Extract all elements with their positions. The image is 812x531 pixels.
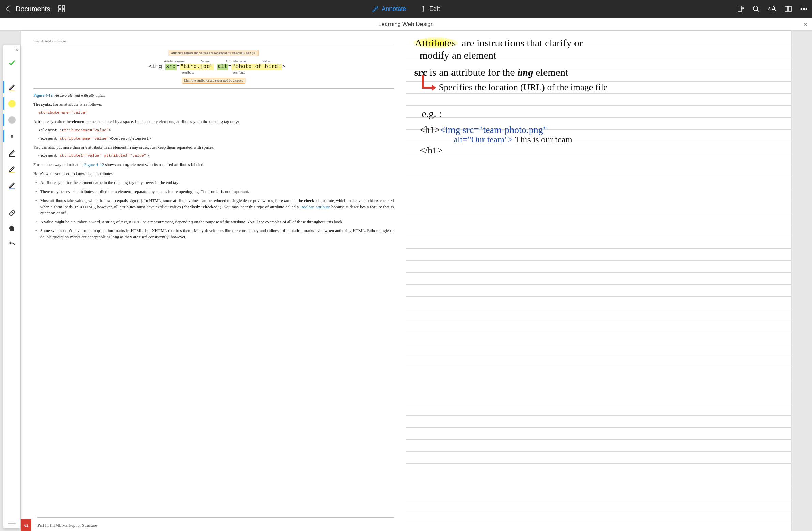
pen-blue-tool[interactable] — [3, 177, 20, 193]
body-text: The syntax for an attribute is as follow… — [33, 101, 394, 243]
figure-rule — [33, 88, 394, 89]
book-page: Step 4: Add an Image Attribute names and… — [21, 31, 406, 531]
code-syntax: attributename="value" — [38, 110, 394, 116]
page-number: 62 — [21, 519, 31, 531]
close-document-button[interactable]: × — [803, 21, 807, 28]
color-gray-tool[interactable] — [3, 112, 20, 128]
running-head: Step 4: Add an Image — [33, 37, 394, 44]
pen-icon — [8, 83, 16, 91]
eraser-icon — [8, 208, 16, 216]
svg-point-6 — [801, 8, 802, 10]
list-item: A value might be a number, a word, a str… — [35, 219, 394, 228]
pencil-icon — [372, 5, 379, 12]
svg-rect-2 — [59, 10, 61, 12]
note-line-3: src is an attribute for the img element — [414, 67, 568, 78]
svg-rect-1 — [62, 6, 65, 8]
swatch-gray-icon — [8, 116, 16, 124]
pen-icon — [8, 181, 16, 189]
callout-bottom: Multiple attributes are separated by a s… — [182, 78, 245, 84]
page-footer: 62 Part II, HTML Markup for Structure — [21, 519, 394, 531]
figure-link[interactable]: Figure 4-12 — [84, 162, 104, 167]
figure-caption: Figure 4-12. An img element with attribu… — [33, 94, 394, 98]
swatch-yellow-icon — [8, 100, 16, 107]
list-item: There may be several attributes applied … — [35, 188, 394, 197]
note-code-open: <h1><img src="team-photo.png" — [420, 125, 547, 134]
pen-black-tool[interactable] — [3, 79, 20, 96]
part-label: Part II, HTML Markup for Structure — [38, 523, 97, 528]
workspace: Step 4: Add an Image Attribute names and… — [0, 31, 812, 531]
edit-label: Edit — [429, 5, 440, 13]
handwriting-canvas[interactable]: Attributes are instructions that clarify… — [406, 31, 791, 531]
annotate-mode-button[interactable]: Annotate — [372, 5, 406, 13]
more-icon[interactable] — [800, 5, 808, 13]
svg-rect-3 — [62, 10, 65, 12]
boolean-attr-link[interactable]: Boolean attribute — [300, 204, 330, 209]
note-line-1: Attributes are instructions that clarify… — [411, 38, 583, 48]
code-element-empty: <element attributename="value"> — [38, 128, 394, 133]
list-item: Attributes go after the element name in … — [35, 180, 394, 188]
chevron-left-icon — [4, 5, 12, 13]
search-icon[interactable] — [752, 5, 760, 13]
undo-icon — [8, 241, 16, 249]
export-icon[interactable] — [736, 5, 744, 13]
text-settings-icon[interactable]: AA — [768, 5, 777, 13]
diagram-code: <img src="bird.jpg" alt="photo of bird"> — [149, 64, 278, 70]
arrow-icon — [419, 75, 435, 93]
svg-point-7 — [803, 8, 804, 10]
callout-top: Attribute names and values are separated… — [168, 50, 259, 56]
list-item: Most attributes take values, which follo… — [35, 198, 394, 219]
color-yellow-tool[interactable] — [3, 96, 20, 112]
pencil-tool[interactable] — [3, 144, 20, 161]
eraser-tool[interactable] — [3, 204, 20, 220]
hand-icon — [8, 224, 16, 232]
top-toolbar: Documents Annotate Edit AA — [0, 0, 812, 18]
diagram-bottom-labels: Attribute Attribute — [149, 70, 278, 74]
document-title: Learning Web Design — [378, 21, 434, 28]
brush-dot-icon — [11, 135, 13, 138]
grid-view-icon[interactable] — [58, 5, 66, 13]
check-icon — [8, 59, 16, 67]
palette-close-button[interactable]: × — [16, 47, 18, 53]
note-code-close: </h1> — [420, 145, 443, 155]
code-element-content: <element attributename="value">Content</… — [38, 136, 394, 142]
back-label: Documents — [16, 5, 50, 13]
list-item: Some values don’t have to be in quotatio… — [35, 228, 394, 243]
brush-size-tool[interactable] — [3, 128, 20, 144]
svg-line-5 — [757, 10, 759, 12]
note-code-alt: alt="Our team"> This is our team — [454, 135, 572, 144]
book-view-icon[interactable] — [784, 5, 792, 13]
undo-button[interactable] — [3, 236, 20, 253]
hand-tool[interactable] — [3, 220, 20, 236]
note-line-5: e.g. : — [422, 109, 442, 119]
svg-point-4 — [753, 6, 758, 11]
header-rule — [33, 45, 394, 45]
text-cursor-icon — [420, 5, 426, 12]
p-another-way: For another way to look at it, Figure 4-… — [33, 161, 394, 168]
attribute-diagram: Attribute names and values are separated… — [149, 50, 278, 84]
highlighter-tool[interactable] — [3, 161, 20, 177]
palette-drag-handle[interactable] — [8, 523, 16, 524]
document-titlebar: Learning Web Design × — [0, 18, 812, 31]
diagram-top-labels: Attribute name Value Attribute name Valu… — [149, 59, 278, 64]
svg-point-8 — [806, 8, 807, 10]
pencil-icon — [8, 148, 16, 157]
attributes-bullet-list: Attributes go after the element name in … — [35, 180, 394, 243]
back-to-documents[interactable]: Documents — [4, 5, 50, 13]
note-line-4: Specifies the location (URL) of the imag… — [439, 83, 608, 92]
note-line-2: modify an element — [420, 50, 496, 61]
confirm-button[interactable] — [3, 55, 20, 71]
highlighter-icon — [8, 165, 16, 173]
code-multi-attr: <element attribute1="value" attribute2="… — [38, 153, 394, 159]
page-spread: Step 4: Add an Image Attribute names and… — [21, 31, 791, 531]
svg-rect-0 — [59, 6, 61, 8]
annotation-palette[interactable]: × — [3, 45, 20, 528]
annotate-label: Annotate — [382, 5, 406, 13]
edit-mode-button[interactable]: Edit — [420, 5, 440, 13]
